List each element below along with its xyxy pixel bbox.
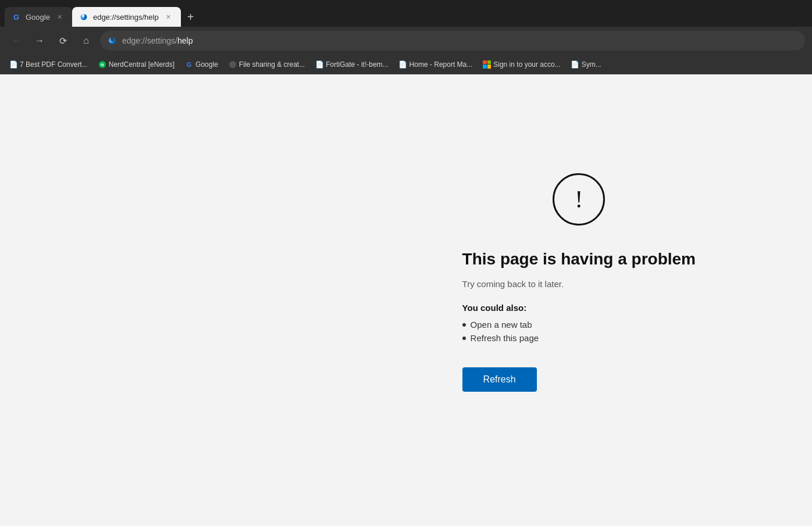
url-suffix: help bbox=[177, 36, 193, 45]
bookmarks-bar: 📄 7 Best PDF Convert... N NerdCentral [e… bbox=[0, 55, 812, 74]
bookmark-nerd[interactable]: N NerdCentral [eNerds] bbox=[94, 58, 179, 71]
suggestion-refresh: Refresh this page bbox=[462, 333, 539, 343]
address-text: edge://settings/help bbox=[122, 36, 798, 45]
bookmark-signin[interactable]: Sign in to your acco... bbox=[478, 58, 565, 71]
edge-favicon-icon bbox=[79, 12, 88, 22]
bookmark-google-label: Google bbox=[195, 60, 218, 69]
suggestion-new-tab-text: Open a new tab bbox=[471, 320, 532, 330]
bookmark-pdf-icon: 📄 bbox=[9, 60, 17, 69]
bookmark-home-report-icon: 📄 bbox=[399, 60, 407, 69]
bookmark-pdf-label: 7 Best PDF Convert... bbox=[20, 60, 88, 69]
tab-edge-settings[interactable]: edge://settings/help ✕ bbox=[72, 7, 181, 27]
bookmark-fileshare-icon bbox=[229, 60, 237, 69]
browser-chrome: G Google ✕ edge://settings/help ✕ + ← → … bbox=[0, 0, 812, 74]
bookmark-nerd-icon: N bbox=[98, 60, 106, 69]
refresh-nav-button[interactable]: ⟳ bbox=[54, 31, 72, 50]
error-also-label: You could also: bbox=[462, 303, 527, 313]
bookmark-fileshare-label: File sharing & creat... bbox=[239, 60, 305, 69]
svg-text:N: N bbox=[101, 62, 104, 67]
bookmark-sym-icon: 📄 bbox=[571, 60, 579, 69]
tab-edge-title: edge://settings/help bbox=[93, 13, 159, 22]
error-suggestions: Open a new tab Refresh this page bbox=[462, 320, 539, 346]
bookmark-signin-label: Sign in to your acco... bbox=[493, 60, 560, 69]
google-favicon-icon: G bbox=[12, 12, 21, 22]
bookmark-google-icon: G bbox=[185, 60, 193, 69]
bookmark-home-report-label: Home - Report Ma... bbox=[409, 60, 473, 69]
bookmark-sym[interactable]: 📄 Sym... bbox=[567, 58, 606, 71]
address-bar: ← → ⟳ ⌂ edge://settings/help bbox=[0, 27, 812, 55]
bookmark-pdf[interactable]: 📄 7 Best PDF Convert... bbox=[5, 58, 92, 71]
svg-point-2 bbox=[229, 61, 236, 68]
back-button[interactable]: ← bbox=[7, 31, 26, 50]
exclamation-mark: ! bbox=[575, 187, 583, 212]
bookmark-fileshare[interactable]: File sharing & creat... bbox=[224, 58, 309, 71]
tab-bar: G Google ✕ edge://settings/help ✕ + bbox=[0, 0, 812, 27]
url-protocol: edge:// bbox=[122, 36, 147, 45]
error-subtitle: Try coming back to it later. bbox=[462, 279, 564, 289]
error-icon: ! bbox=[553, 173, 605, 226]
url-settings: settings bbox=[147, 36, 175, 45]
bookmark-nerd-label: NerdCentral [eNerds] bbox=[109, 60, 174, 69]
home-button[interactable]: ⌂ bbox=[77, 31, 95, 50]
tab-google-close[interactable]: ✕ bbox=[55, 12, 65, 22]
forward-button[interactable]: → bbox=[30, 31, 49, 50]
bookmark-forti[interactable]: 📄 FortiGate - it!-bem... bbox=[311, 58, 393, 71]
address-input-container[interactable]: edge://settings/help bbox=[100, 31, 805, 51]
edge-logo-icon bbox=[107, 35, 117, 46]
bullet-icon-2 bbox=[462, 337, 466, 340]
error-container: ! This page is having a problem Try comi… bbox=[462, 173, 696, 392]
tab-google[interactable]: G Google ✕ bbox=[5, 7, 72, 27]
bookmark-forti-icon: 📄 bbox=[315, 60, 323, 69]
refresh-button[interactable]: Refresh bbox=[462, 367, 537, 392]
suggestion-refresh-text: Refresh this page bbox=[471, 333, 539, 343]
error-title: This page is having a problem bbox=[462, 249, 696, 270]
tab-edge-close[interactable]: ✕ bbox=[163, 12, 174, 22]
bookmark-sym-label: Sym... bbox=[582, 60, 601, 69]
bookmark-signin-icon bbox=[483, 60, 491, 69]
bookmark-home-report[interactable]: 📄 Home - Report Ma... bbox=[394, 58, 478, 71]
suggestion-new-tab: Open a new tab bbox=[462, 320, 539, 330]
new-tab-button[interactable]: + bbox=[181, 7, 201, 27]
bullet-icon bbox=[462, 323, 466, 327]
tab-google-title: Google bbox=[26, 13, 50, 22]
page-content: ! This page is having a problem Try comi… bbox=[0, 74, 812, 525]
bookmark-google[interactable]: G Google bbox=[180, 58, 223, 71]
bookmark-forti-label: FortiGate - it!-bem... bbox=[326, 60, 388, 69]
